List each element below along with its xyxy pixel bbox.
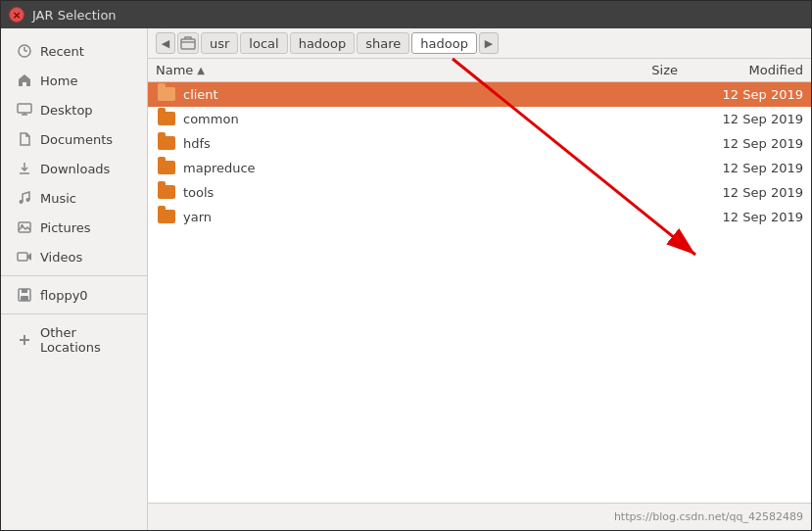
sidebar-item-music[interactable]: Music	[5, 184, 143, 212]
svg-point-7	[20, 200, 24, 204]
svg-rect-17	[181, 39, 195, 49]
sidebar-item-documents-label: Documents	[40, 132, 113, 147]
nav-forward-button[interactable]: ▶	[479, 32, 499, 54]
svg-point-8	[26, 198, 30, 202]
titlebar: × JAR Selection	[1, 1, 811, 28]
sidebar-item-other-locations-label: Other Locations	[40, 325, 131, 355]
sidebar-item-music-label: Music	[40, 191, 76, 206]
file-modified: 12 Sep 2019	[686, 210, 803, 224]
pictures-icon	[17, 219, 32, 235]
sidebar-item-pictures[interactable]: Pictures	[5, 214, 143, 241]
sidebar-item-recent-label: Recent	[40, 44, 84, 59]
nav-back-button[interactable]: ◀	[156, 32, 175, 54]
file-name: tools	[183, 185, 607, 200]
pathbar: ◀ usr local hadoop share hadoop ▶	[148, 28, 811, 59]
sidebar-item-floppy0[interactable]: floppy0	[5, 281, 143, 309]
bottombar: https://blog.csdn.net/qq_42582489	[148, 503, 811, 530]
sidebar-item-documents[interactable]: Documents	[5, 125, 143, 153]
pathbar-item-local[interactable]: local	[240, 32, 287, 54]
file-modified: 12 Sep 2019	[686, 136, 803, 151]
table-row[interactable]: tools 12 Sep 2019	[148, 180, 811, 205]
folder-icon	[156, 208, 177, 225]
home-icon	[17, 72, 32, 88]
folder-icon	[156, 85, 177, 103]
sidebar-item-pictures-label: Pictures	[40, 220, 90, 235]
sidebar-item-videos-label: Videos	[40, 250, 82, 265]
pathbar-item-hadoop2[interactable]: hadoop	[411, 32, 477, 54]
folder-icon	[156, 134, 177, 152]
pathbar-item-share[interactable]: share	[357, 32, 409, 54]
sidebar-item-home[interactable]: Home	[5, 67, 143, 94]
svg-rect-3	[18, 104, 31, 113]
file-modified: 12 Sep 2019	[686, 112, 803, 126]
file-name: yarn	[183, 210, 607, 224]
sidebar-item-other-locations[interactable]: Other Locations	[5, 319, 143, 361]
desktop-icon	[17, 102, 32, 118]
sidebar-item-desktop-label: Desktop	[40, 103, 93, 118]
sidebar-item-home-label: Home	[40, 73, 77, 88]
table-row[interactable]: yarn 12 Sep 2019	[148, 205, 811, 229]
main-content: ◀ usr local hadoop share hadoop ▶ Name	[148, 28, 811, 530]
other-locations-icon	[17, 332, 32, 348]
svg-rect-14	[21, 296, 28, 301]
pathbar-item-hadoop1[interactable]: hadoop	[290, 32, 356, 54]
documents-icon	[17, 131, 32, 147]
sidebar-item-videos[interactable]: Videos	[5, 243, 143, 270]
folder-icon	[156, 183, 177, 201]
table-row[interactable]: hdfs 12 Sep 2019	[148, 131, 811, 156]
sidebar-divider-2	[1, 314, 147, 314]
file-list-container[interactable]: Name ▲ Size Modified client	[148, 59, 811, 503]
header-size[interactable]: Size	[607, 63, 686, 77]
pathbar-item-usr[interactable]: usr	[201, 32, 238, 54]
location-icon[interactable]	[177, 32, 199, 54]
file-name: mapreduce	[183, 161, 607, 175]
file-list-header: Name ▲ Size Modified	[148, 59, 811, 82]
sidebar-item-desktop[interactable]: Desktop	[5, 96, 143, 123]
file-name: common	[183, 112, 607, 126]
sidebar-item-floppy0-label: floppy0	[40, 288, 88, 303]
table-row[interactable]: common 12 Sep 2019	[148, 107, 811, 131]
sidebar-item-recent[interactable]: Recent	[5, 37, 143, 65]
header-modified[interactable]: Modified	[686, 63, 803, 77]
file-modified: 12 Sep 2019	[686, 185, 803, 200]
folder-icon	[156, 159, 177, 176]
sort-arrow-icon: ▲	[197, 65, 205, 75]
music-icon	[17, 190, 32, 206]
sidebar-divider-1	[1, 275, 147, 276]
svg-rect-11	[18, 253, 27, 261]
recent-icon	[17, 43, 32, 59]
header-name[interactable]: Name ▲	[156, 63, 607, 77]
table-row[interactable]: client 12 Sep 2019	[148, 82, 811, 107]
file-name: client	[183, 87, 607, 102]
file-name: hdfs	[183, 136, 607, 151]
videos-icon	[17, 249, 32, 265]
svg-rect-13	[22, 289, 27, 293]
floppy-icon	[17, 287, 32, 303]
table-row[interactable]: mapreduce 12 Sep 2019	[148, 156, 811, 180]
window-title: JAR Selection	[32, 8, 117, 23]
sidebar-item-downloads[interactable]: Downloads	[5, 155, 143, 182]
sidebar-item-downloads-label: Downloads	[40, 162, 110, 176]
file-modified: 12 Sep 2019	[686, 161, 803, 175]
file-modified: 12 Sep 2019	[686, 87, 803, 102]
downloads-icon	[17, 161, 32, 176]
folder-icon	[156, 110, 177, 127]
close-button[interactable]: ×	[9, 7, 24, 23]
sidebar: Recent Home Desktop	[1, 28, 148, 530]
url-label: https://blog.csdn.net/qq_42582489	[614, 510, 803, 523]
